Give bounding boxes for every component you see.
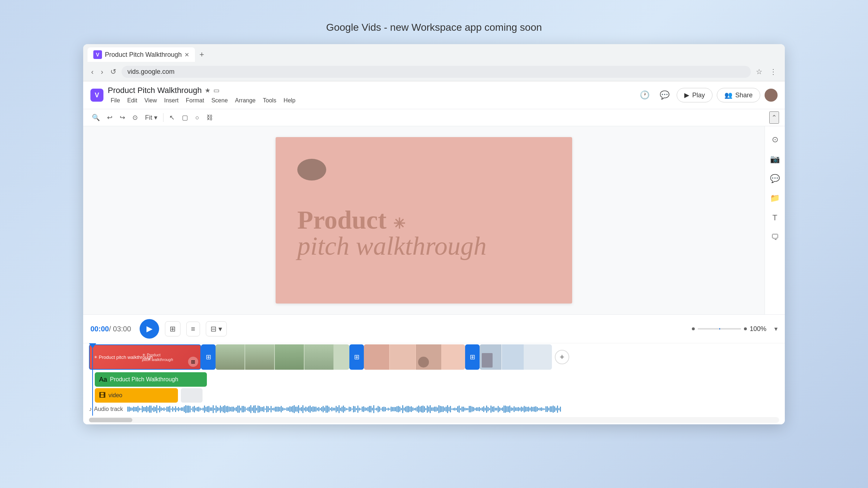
segment-pink[interactable] bbox=[364, 344, 465, 370]
scene-marker-3[interactable]: ⊞ bbox=[465, 344, 480, 370]
toolbar: 🔍 ↩ ↪ ⊙ Fit ▾ ↖ ▢ ○ ⛓ ⌃ bbox=[83, 109, 785, 126]
present-mode-icon[interactable]: ▭ bbox=[213, 86, 220, 94]
scene-marker-2[interactable]: ⊞ bbox=[349, 344, 364, 370]
more-button[interactable]: ⋮ bbox=[767, 65, 779, 78]
browser-tab-active[interactable]: V Product Pitch Walkthrough ✕ bbox=[88, 47, 195, 62]
new-tab-button[interactable]: + bbox=[196, 47, 207, 62]
toolbar-collapse-button[interactable]: ⌃ bbox=[769, 111, 779, 124]
pink-thumb-3 bbox=[416, 344, 441, 370]
segment-video[interactable] bbox=[216, 344, 349, 370]
star-icon[interactable]: ★ bbox=[205, 86, 210, 94]
comments-button[interactable]: 💬 bbox=[657, 88, 672, 103]
timeline-view-button[interactable]: ⊟ ▾ bbox=[206, 321, 227, 336]
app-logo: V bbox=[90, 89, 103, 102]
scrollbar-area[interactable] bbox=[89, 417, 779, 423]
sidebar-text-icon[interactable]: T bbox=[770, 210, 780, 225]
timeline-area: 00:00/ 03:00 ▶ ⊞ ≡ ⊟ ▾ 100% ▾ bbox=[83, 314, 785, 424]
app-area: V Product Pitch Walkthrough ★ ▭ File Edi… bbox=[83, 81, 785, 424]
share-button[interactable]: 👥 Share bbox=[717, 88, 760, 102]
browser-chrome: V Product Pitch Walkthrough ✕ + ‹ › ↺ vi… bbox=[83, 44, 785, 81]
frame-tool[interactable]: ▢ bbox=[179, 111, 191, 124]
add-segment-button[interactable]: + bbox=[555, 350, 569, 364]
canvas-area: Product ✳ pitch walkthrough bbox=[83, 126, 765, 314]
zoom-control: 100% ▾ bbox=[692, 325, 778, 333]
scrollbar-thumb[interactable] bbox=[89, 418, 132, 422]
bookmark-button[interactable]: ☆ bbox=[754, 65, 765, 78]
audio-track-label: ♪ Audio track bbox=[89, 406, 123, 412]
green-track-label: Product Pitch Walkthrough bbox=[110, 376, 178, 383]
zoom-percent: 100% bbox=[750, 325, 771, 333]
text-track-icon: Aa bbox=[99, 376, 107, 383]
user-avatar[interactable] bbox=[765, 89, 778, 102]
segment-last[interactable] bbox=[480, 344, 552, 370]
menu-format[interactable]: Format bbox=[183, 97, 207, 105]
scene-marker-1[interactable]: ⊞ bbox=[201, 344, 216, 370]
menu-scene[interactable]: Scene bbox=[208, 97, 230, 105]
timeline-play-button[interactable]: ▶ bbox=[140, 319, 159, 339]
toolbar-divider bbox=[163, 113, 163, 122]
undo-button[interactable]: ↩ bbox=[104, 111, 115, 124]
refresh-button[interactable]: ↺ bbox=[108, 65, 119, 78]
menu-arrange[interactable]: Arrange bbox=[232, 97, 259, 105]
oval-tool[interactable]: ○ bbox=[192, 112, 202, 124]
yellow-track-label: video bbox=[109, 392, 122, 399]
lower-row-green: Aa Product Pitch Walkthrough bbox=[95, 372, 773, 387]
zoom-slider-fill bbox=[719, 328, 720, 330]
back-button[interactable]: ‹ bbox=[89, 65, 96, 78]
app-header-actions: 🕐 💬 ▶ Play 👥 Share bbox=[637, 88, 778, 103]
zoom-reset-button[interactable]: ⊙ bbox=[129, 111, 141, 124]
play-button[interactable]: ▶ Play bbox=[677, 88, 712, 102]
video-thumb-2 bbox=[245, 344, 274, 370]
timeline-controls: 00:00/ 03:00 ▶ ⊞ ≡ ⊟ ▾ 100% ▾ bbox=[83, 315, 785, 343]
slide-title-line1: Product ✳ bbox=[297, 207, 486, 233]
app-menu: File Edit View Insert Format Scene Arran… bbox=[108, 97, 637, 105]
gray-track-ext bbox=[181, 388, 203, 403]
menu-insert[interactable]: Insert bbox=[161, 97, 182, 105]
sidebar-comment-icon[interactable]: 💬 bbox=[767, 171, 783, 186]
sidebar-record-icon[interactable]: ⊙ bbox=[769, 132, 781, 147]
select-tool[interactable]: ↖ bbox=[166, 111, 178, 124]
green-track[interactable]: Aa Product Pitch Walkthrough bbox=[95, 372, 207, 387]
right-sidebar: ⊙ 📷 💬 📁 T 🗨 bbox=[765, 126, 785, 314]
sidebar-chat-icon[interactable]: 🗨 bbox=[768, 230, 782, 245]
audio-waveform bbox=[127, 405, 779, 413]
segment-red[interactable]: ✳ Product pitch walkthrough ✳ Product pi… bbox=[89, 344, 201, 370]
zoom-button[interactable]: 🔍 bbox=[89, 111, 103, 124]
app-title: Product Pitch Walkthrough ★ ▭ bbox=[108, 86, 637, 95]
video-thumb-1 bbox=[216, 344, 244, 370]
menu-file[interactable]: File bbox=[108, 97, 123, 105]
browser-nav: ‹ › ↺ vids.google.com ☆ ⋮ bbox=[83, 62, 785, 81]
main-content: Product ✳ pitch walkthrough ⊙ 📷 💬 📁 T 🗨 bbox=[83, 126, 785, 314]
redo-button[interactable]: ↪ bbox=[117, 111, 128, 124]
tab-close-icon[interactable]: ✕ bbox=[184, 51, 189, 58]
video-track-icon: 🎞 bbox=[99, 392, 106, 399]
video-track: ✳ Product pitch walkthrough ✳ Product pi… bbox=[89, 343, 779, 371]
menu-tools[interactable]: Tools bbox=[260, 97, 279, 105]
video-thumb-3 bbox=[275, 344, 304, 370]
zoom-slider[interactable] bbox=[698, 328, 741, 330]
forward-button[interactable]: › bbox=[99, 65, 106, 78]
scene-view-button[interactable]: ⊞ bbox=[165, 321, 180, 336]
yellow-track[interactable]: 🎞 video bbox=[95, 388, 178, 403]
app-header: V Product Pitch Walkthrough ★ ▭ File Edi… bbox=[83, 81, 785, 109]
sidebar-camera-icon[interactable]: 📷 bbox=[767, 152, 783, 167]
browser-window: V Product Pitch Walkthrough ✕ + ‹ › ↺ vi… bbox=[83, 44, 785, 424]
share-icon: 👥 bbox=[724, 91, 732, 99]
link-tool[interactable]: ⛓ bbox=[204, 112, 216, 124]
fit-button[interactable]: Fit ▾ bbox=[142, 111, 160, 124]
browser-tabs: V Product Pitch Walkthrough ✕ + bbox=[83, 44, 785, 62]
lower-row-yellow: 🎞 video bbox=[95, 388, 773, 403]
pink-thumb-1 bbox=[364, 344, 389, 370]
history-button[interactable]: 🕐 bbox=[637, 88, 652, 103]
sidebar-folder-icon[interactable]: 📁 bbox=[767, 191, 783, 206]
last-thumb-2 bbox=[502, 344, 524, 370]
zoom-dropdown-arrow[interactable]: ▾ bbox=[774, 325, 778, 333]
tab-favicon: V bbox=[93, 50, 102, 59]
zoom-dot-left bbox=[692, 327, 695, 330]
menu-help[interactable]: Help bbox=[281, 97, 298, 105]
address-bar[interactable]: vids.google.com bbox=[122, 66, 751, 78]
list-view-button[interactable]: ≡ bbox=[186, 322, 200, 336]
audio-track: ♪ Audio track bbox=[89, 403, 779, 414]
menu-edit[interactable]: Edit bbox=[124, 97, 140, 105]
menu-view[interactable]: View bbox=[141, 97, 159, 105]
